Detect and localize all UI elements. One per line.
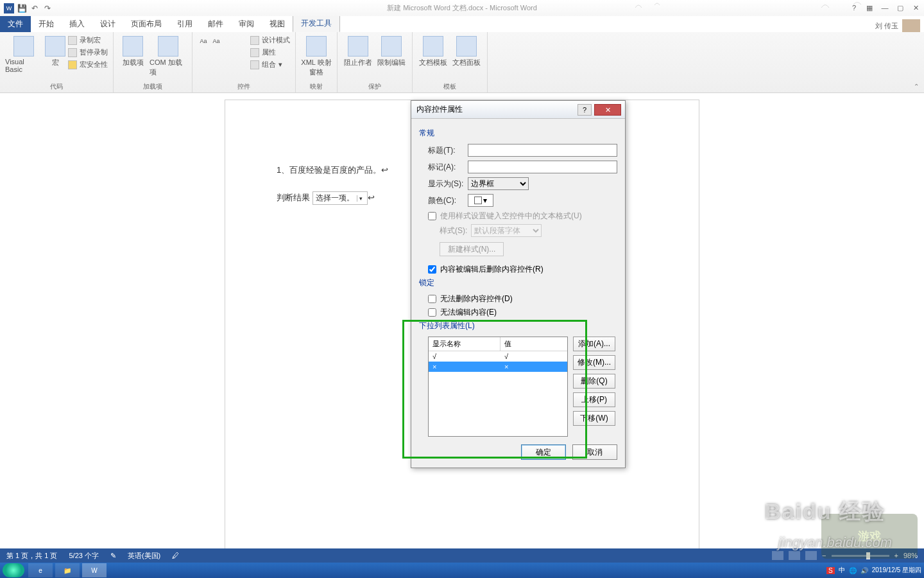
taskbar-explorer-icon[interactable]: 📁 (55, 563, 80, 577)
collapse-ribbon-icon[interactable]: ⌃ (914, 83, 919, 90)
properties-icon (250, 48, 259, 57)
lbl-nodelete: 无法删除内容控件(D) (440, 293, 513, 304)
chk-noedit[interactable] (428, 308, 436, 317)
user-account[interactable]: 刘 传玉 (875, 19, 920, 32)
tab-file[interactable]: 文件 (0, 16, 31, 32)
macros-button[interactable]: 宏 (45, 33, 65, 67)
save-icon[interactable]: 💾 (17, 3, 27, 13)
zoom-value[interactable]: 98% (903, 552, 918, 559)
list-row[interactable]: √√ (429, 351, 567, 362)
ribbon-group-mapping: XML 映射窗格 映射 (296, 32, 338, 92)
status-language[interactable]: 英语(美国) (128, 551, 160, 561)
select-showas[interactable]: 边界框 (468, 177, 529, 190)
taskbar-ie-icon[interactable]: e (28, 563, 53, 577)
undo-icon[interactable]: ↶ (30, 3, 40, 13)
block-authors-icon (348, 36, 368, 57)
btn-cancel[interactable]: 取消 (572, 444, 617, 460)
ribbon-tabs: 文件 开始 插入 设计 页面布局 引用 邮件 审阅 视图 开发工具 刘 传玉 (0, 16, 924, 32)
tab-layout[interactable]: 页面布局 (123, 16, 169, 32)
richtext-control-icon[interactable]: Aa (198, 36, 209, 48)
buildingblock-control-icon[interactable] (236, 36, 248, 48)
group-button[interactable]: 组合 ▾ (250, 59, 290, 70)
zoom-in-icon[interactable]: + (894, 552, 898, 559)
redo-icon[interactable]: ↷ (42, 3, 53, 13)
view-print-icon[interactable] (789, 551, 800, 560)
ribbon-options-icon[interactable]: ▦ (864, 4, 875, 12)
help-icon[interactable]: ? (848, 4, 860, 12)
close-icon[interactable]: ✕ (910, 4, 921, 12)
status-page[interactable]: 第 1 页，共 1 页 (6, 551, 57, 561)
tab-references[interactable]: 引用 (169, 16, 200, 32)
status-insert-icon[interactable]: 🖊 (172, 552, 179, 559)
tab-view[interactable]: 视图 (262, 16, 293, 32)
xml-mapping-button[interactable]: XML 映射窗格 (301, 33, 332, 77)
minimize-icon[interactable]: — (879, 4, 891, 12)
repeating-control-icon[interactable] (198, 62, 209, 73)
tab-mailings[interactable]: 邮件 (200, 16, 231, 32)
controls-gallery[interactable]: Aa Aa (198, 33, 248, 73)
checkbox-control-icon[interactable] (198, 49, 209, 60)
tray-network-icon[interactable]: 🌐 (849, 567, 857, 574)
col-displayname[interactable]: 显示名称 (429, 337, 501, 351)
status-words[interactable]: 5/23 个字 (69, 551, 98, 561)
pause-recording-button[interactable]: 暂停录制 (68, 47, 108, 58)
dialog-close-icon[interactable]: ✕ (594, 104, 621, 116)
col-value[interactable]: 值 (501, 337, 567, 351)
tray-volume-icon[interactable]: 🔊 (860, 567, 868, 574)
btn-movedown[interactable]: 下移(W) (573, 411, 615, 426)
tab-review[interactable]: 审阅 (231, 16, 262, 32)
macro-security-button[interactable]: 宏安全性 (68, 59, 108, 70)
view-web-icon[interactable] (805, 551, 817, 560)
tab-developer[interactable]: 开发工具 (293, 15, 340, 32)
tab-insert[interactable]: 插入 (62, 16, 92, 32)
chk-usestyle[interactable] (428, 212, 436, 220)
picture-control-icon[interactable] (223, 36, 235, 48)
tab-home[interactable]: 开始 (31, 16, 62, 32)
input-tag[interactable] (468, 161, 617, 173)
btn-modify[interactable]: 修改(M)... (573, 355, 615, 370)
btn-moveup[interactable]: 上移(P) (573, 392, 615, 407)
plaintext-control-icon[interactable]: Aa (210, 36, 222, 48)
start-button[interactable] (3, 563, 24, 577)
design-mode-button[interactable]: 设计模式 (250, 35, 290, 46)
restrict-editing-button[interactable]: 限制编辑 (376, 33, 407, 67)
chevron-down-icon[interactable]: ▾ (357, 195, 364, 202)
dialog-titlebar[interactable]: 内容控件属性 ? ✕ (411, 101, 625, 119)
zoom-slider[interactable] (832, 555, 889, 557)
dropdown-control-icon[interactable] (223, 49, 235, 60)
dialog-help-icon[interactable]: ? (578, 104, 592, 116)
tray-clock[interactable]: 2019/12/5 星期四 (872, 566, 921, 575)
tray-lang-icon[interactable]: 中 (839, 566, 845, 575)
list-row[interactable]: ×× (429, 362, 567, 372)
ribbon-group-addins: 加载项 COM 加载项 加载项 (114, 32, 193, 92)
combobox-control-icon[interactable] (210, 49, 222, 60)
maximize-icon[interactable]: ▢ (894, 4, 906, 12)
document-panel-button[interactable]: 文档面板 (451, 33, 482, 67)
tray-ime-icon[interactable]: S (826, 567, 835, 574)
legacy-tools-icon[interactable] (210, 62, 222, 73)
chk-nodelete[interactable] (428, 295, 436, 303)
btn-ok[interactable]: 确定 (521, 444, 566, 460)
design-mode-icon (250, 36, 259, 45)
status-proofing-icon[interactable]: ✎ (110, 552, 116, 560)
content-control-combo[interactable]: 选择一项。▾ (312, 191, 368, 205)
btn-delete[interactable]: 删除(Q) (573, 374, 615, 389)
chk-removeafter[interactable] (428, 265, 436, 274)
properties-button[interactable]: 属性 (250, 47, 290, 58)
datepicker-control-icon[interactable] (236, 49, 248, 60)
combo-value: 选择一项。 (316, 193, 354, 202)
zoom-out-icon[interactable]: − (822, 552, 826, 559)
color-picker[interactable]: ▾ (468, 194, 493, 207)
input-title[interactable] (468, 144, 617, 157)
record-macro-button[interactable]: 录制宏 (68, 35, 108, 46)
com-addins-button[interactable]: COM 加载项 (150, 33, 187, 77)
addins-button[interactable]: 加载项 (119, 33, 147, 67)
tab-design[interactable]: 设计 (92, 16, 123, 32)
taskbar-word-icon[interactable]: W (82, 563, 107, 577)
view-read-icon[interactable] (772, 551, 783, 560)
visual-basic-button[interactable]: Visual Basic (5, 33, 42, 73)
dropdown-listbox[interactable]: 显示名称 值 √√ ×× (428, 337, 568, 437)
block-authors-button[interactable]: 阻止作者 (343, 33, 373, 67)
document-template-button[interactable]: 文档模板 (418, 33, 449, 67)
btn-add[interactable]: 添加(A)... (573, 337, 615, 351)
